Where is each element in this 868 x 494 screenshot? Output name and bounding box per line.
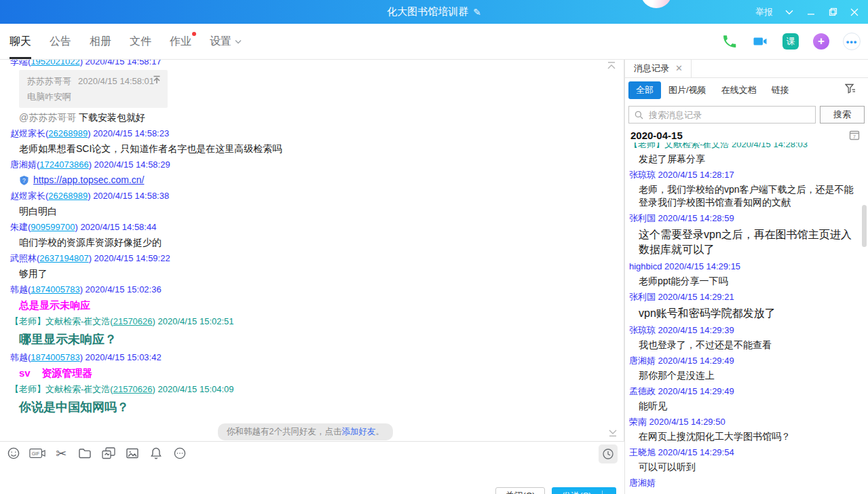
folder-icon[interactable]: [77, 445, 93, 461]
image-icon[interactable]: [124, 445, 140, 461]
qq-number-link[interactable]: 1874005783: [31, 352, 79, 362]
message-text: 咱们学校的资源库资源好像挺少的: [19, 237, 601, 248]
message-author-line: highbicd 2020/4/15 14:29:15: [629, 261, 861, 272]
message-text: 那你那个是没连上: [639, 369, 861, 382]
filter-links[interactable]: 链接: [764, 81, 797, 99]
message-time: 2020/4/15 14:28:03: [729, 142, 808, 149]
calendar-icon[interactable]: 7: [849, 130, 860, 140]
message-author-line: 【老师】文献检索-崔文浩(21570626) 2020/4/15 15:04:0…: [10, 383, 601, 395]
more-actions-icon[interactable]: •••: [843, 33, 861, 50]
report-dropdown-icon[interactable]: [780, 3, 799, 21]
scroll-to-bottom-icon[interactable]: [607, 429, 618, 437]
tab-homework[interactable]: 作业: [170, 24, 191, 59]
qq-number-link[interactable]: 1724073866: [39, 159, 88, 170]
message-time: 2020/4/15 14:29:39: [656, 325, 734, 335]
tab-album[interactable]: 相册: [90, 24, 111, 59]
quoted-message[interactable]: 苏苏苏哥哥2020/4/15 14:58:01电脑咋安啊: [19, 70, 168, 108]
minimize-button[interactable]: [801, 3, 820, 21]
gif-icon[interactable]: GIF: [29, 445, 45, 461]
history-tab-close-icon[interactable]: ✕: [675, 63, 683, 73]
author-name: 张琼琼: [629, 325, 656, 335]
settings-caret-icon: [235, 39, 242, 44]
filter-images-videos[interactable]: 图片/视频: [661, 81, 714, 99]
filter-all[interactable]: 全部: [628, 81, 661, 99]
author-name: 荣南: [629, 417, 647, 427]
report-button[interactable]: 举报: [751, 6, 777, 18]
video-call-icon[interactable]: [751, 33, 769, 50]
message-time: 2020/4/15 14:58:29: [92, 159, 170, 170]
message-time: 2020/4/15 14:29:50: [647, 417, 725, 427]
qq-number-link[interactable]: 21570626: [113, 384, 153, 394]
tab-announcement[interactable]: 公告: [50, 24, 71, 59]
message-time: 2020/4/15 14:59:22: [92, 253, 170, 263]
message-author-line: 孟德政 2020/4/15 14:29:49: [629, 385, 861, 397]
safety-shield-icon: ?: [19, 175, 29, 186]
message-url-link[interactable]: https://app.topsec.com.cn/: [33, 174, 144, 186]
message-text: vpn账号和密码学院都发放了: [639, 306, 861, 321]
qq-number-link[interactable]: 1952021022: [31, 59, 79, 66]
message-time: 2020/4/15 14:29:21: [656, 292, 734, 302]
author-name: 赵煜家长: [10, 191, 45, 201]
more-tools-icon[interactable]: [172, 445, 188, 461]
message-text: 够用了: [19, 268, 601, 280]
message-history-panel: 消息记录 ✕ 全部 图片/视频 在线文档 链接 搜索 2020-04-15 7 …: [624, 59, 868, 494]
message-time: 2020/4/15 15:03:42: [83, 352, 162, 362]
message-author-line: 朱建(909599700) 2020/4/15 14:58:44: [10, 221, 601, 233]
date-header: 2020-04-15: [630, 130, 683, 141]
close-window-button[interactable]: [845, 3, 864, 21]
qq-number-link[interactable]: 909599700: [31, 222, 75, 232]
qq-number-link[interactable]: 2637194807: [39, 253, 88, 263]
scroll-to-top-icon[interactable]: [606, 61, 617, 71]
input-area[interactable]: GIF ✂: [0, 441, 624, 494]
filter-online-docs[interactable]: 在线文档: [714, 81, 764, 99]
message-author-line: 赵煜家长(26268989) 2020/4/15 14:58:38: [10, 190, 601, 202]
qq-number-link[interactable]: 1874005783: [31, 284, 79, 294]
invite-member-icon[interactable]: +: [812, 33, 830, 50]
voice-call-icon[interactable]: [721, 33, 738, 50]
search-button[interactable]: 搜索: [820, 106, 865, 124]
bell-icon[interactable]: [148, 445, 164, 461]
group-title: 化大图书馆培训群: [387, 5, 468, 18]
message-author-line: 唐湘婧(1724073866) 2020/4/15 14:58:29: [10, 159, 601, 170]
message-text: 哪里显示未响应？: [19, 331, 601, 347]
message-text: 总是显示未响应: [19, 299, 601, 311]
edit-title-icon[interactable]: ✎: [473, 7, 481, 18]
history-tab[interactable]: 消息记录 ✕: [625, 59, 692, 77]
message-text: 能听见: [639, 400, 861, 413]
message-author-line: 张琼琼 2020/4/15 14:29:39: [629, 324, 861, 336]
tab-settings[interactable]: 设置: [210, 24, 242, 59]
message-history-clock-icon[interactable]: [599, 444, 618, 463]
qq-number-link[interactable]: 26268989: [48, 191, 88, 201]
author-name: 武照林: [10, 253, 37, 263]
message-time: 2020/4/15 15:02:36: [83, 284, 162, 294]
restore-button[interactable]: [823, 3, 842, 21]
add-friend-link[interactable]: 添加好友: [341, 427, 375, 436]
message-author-line: 韩越(1874005783) 2020/4/15 15:03:42: [10, 352, 601, 363]
message-text: 发起了屏幕分享: [639, 153, 861, 166]
message-text: sv 资源管理器: [19, 366, 601, 379]
send-button[interactable]: 发送(S) ▾: [552, 487, 616, 494]
history-filters: 全部 图片/视频 在线文档 链接: [628, 81, 797, 98]
emoji-icon[interactable]: [5, 445, 22, 461]
history-scrollbar-thumb[interactable]: [862, 205, 867, 247]
author-name: 唐湘婧: [629, 356, 656, 366]
qq-number-link[interactable]: 26268989: [48, 128, 88, 138]
message-author-line: 张琼琼 2020/4/15 14:28:17: [629, 169, 861, 180]
history-message-list: 【老师】文献检索-崔文浩 2020/4/15 14:28:03发起了屏幕分享张琼…: [629, 142, 861, 494]
chat-message-list: 李端(1952021022) 2020/4/15 14:58:17苏苏苏哥哥20…: [0, 59, 624, 441]
tab-chat[interactable]: 聊天: [10, 24, 31, 59]
filter-funnel-icon[interactable]: [845, 83, 856, 94]
screen-share-icon[interactable]: [100, 445, 117, 461]
screenshot-icon[interactable]: ✂: [53, 445, 69, 461]
search-box[interactable]: [628, 106, 816, 124]
titlebar: 化大图书馆培训群 ✎ 举报: [0, 0, 868, 24]
jump-to-message-icon[interactable]: [152, 75, 162, 84]
mention-link[interactable]: @苏苏苏哥哥: [19, 112, 76, 123]
tab-files[interactable]: 文件: [130, 24, 151, 59]
close-chat-button[interactable]: 关闭(C): [495, 487, 545, 494]
search-input[interactable]: [647, 109, 810, 121]
message-author-line: 唐湘婧 2020/4/15 14:29:49: [629, 355, 861, 366]
course-icon[interactable]: 课: [782, 33, 799, 50]
message-time: 2020/4/15 14:28:59: [656, 213, 734, 223]
qq-number-link[interactable]: 21570626: [113, 316, 153, 326]
